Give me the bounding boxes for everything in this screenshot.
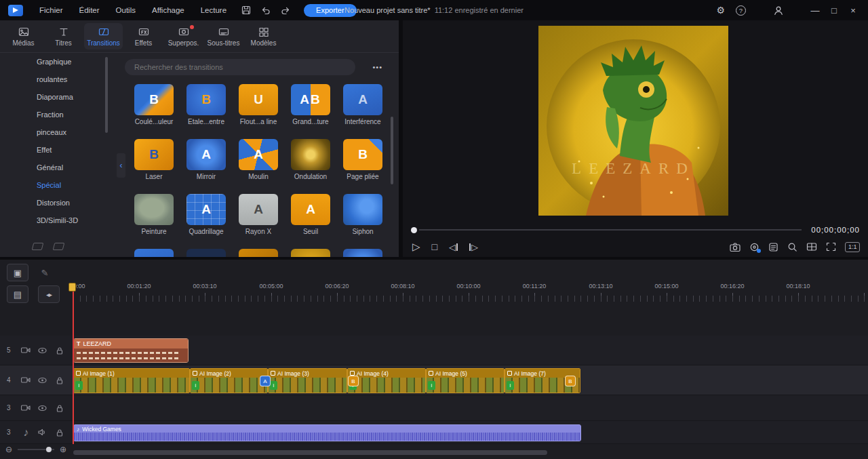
track-lane[interactable]: TLEEZARD — [68, 336, 868, 365]
render-preview-button[interactable] — [749, 242, 760, 252]
undo-button[interactable] — [261, 6, 271, 15]
redo-button[interactable] — [281, 6, 290, 15]
transition-item[interactable]: ASeuil — [287, 194, 334, 235]
transition-item[interactable]: BLaser — [130, 139, 178, 180]
transition-item[interactable]: BEtale...entre — [182, 84, 230, 125]
help-icon[interactable]: ? — [736, 5, 746, 16]
category-item[interactable]: roulantes — [0, 71, 117, 88]
ai-image-clip[interactable]: AI Image (2) i — [190, 368, 268, 393]
menu-editer[interactable]: Éditer — [79, 6, 100, 14]
tab-medias[interactable]: Médias — [4, 23, 43, 49]
timeline-horizontal-scrollbar[interactable] — [73, 450, 547, 455]
preview-frame[interactable]: LEEZARD — [538, 26, 728, 216]
save-project-button[interactable] — [241, 5, 251, 15]
grid-scrollbar[interactable] — [391, 117, 393, 184]
title-clip[interactable]: TLEEZARD — [73, 338, 189, 363]
transition-item[interactable]: AMoulin — [235, 139, 282, 180]
lock-icon[interactable] — [51, 346, 68, 355]
multiview-button[interactable] — [806, 242, 817, 252]
stop-button[interactable]: □ — [432, 241, 437, 252]
transition-b-icon[interactable] — [53, 243, 65, 250]
transition-item[interactable]: Siphon — [339, 194, 387, 235]
lock-icon[interactable] — [51, 376, 68, 384]
maximize-button[interactable]: □ — [827, 5, 841, 16]
toolbar-split-button[interactable]: ◂▸ — [38, 285, 60, 303]
transition-item[interactable]: AInterférence — [339, 84, 387, 125]
playhead-line[interactable] — [73, 283, 74, 444]
transition-item[interactable]: AQuadrillage — [182, 194, 230, 235]
menu-affichage[interactable]: Affichage — [152, 6, 184, 14]
transition-item-partial[interactable]: A — [130, 249, 178, 257]
lock-icon[interactable] — [51, 404, 68, 412]
tab-effets[interactable]: Effets — [124, 23, 163, 49]
menu-outils[interactable]: Outils — [116, 6, 136, 14]
track-lane[interactable]: AI Image (1) i AI Image (2) i AI Image (… — [68, 365, 868, 395]
minimize-button[interactable]: — — [808, 5, 822, 16]
next-frame-button[interactable]: ▷ — [469, 242, 478, 252]
track-lane[interactable] — [68, 395, 868, 420]
account-icon[interactable] — [773, 5, 784, 16]
play-button[interactable]: ▷ — [412, 241, 420, 253]
tab-transitions[interactable]: Transitions — [84, 23, 123, 49]
seek-bar[interactable]: 00;00;00;00 — [411, 224, 860, 235]
transition-a-icon[interactable] — [32, 243, 44, 250]
search-input[interactable] — [125, 59, 355, 75]
tab-superpos[interactable]: Superpos. — [164, 23, 203, 49]
tab-sous-titres[interactable]: Sous-titres — [204, 23, 243, 49]
audio-clip[interactable]: ♪Wicked Games — [73, 424, 581, 441]
transition-item[interactable]: ABGrand...ture — [287, 84, 334, 125]
category-item[interactable]: Fraction — [0, 106, 117, 123]
category-item[interactable]: 3D/Simili-3D — [0, 212, 117, 229]
category-item[interactable]: Diaporama — [0, 88, 117, 106]
transition-overlay-icon[interactable]: B — [348, 376, 359, 386]
transition-item[interactable]: BPage pliée — [339, 139, 387, 180]
zoom-slider-handle[interactable] — [46, 447, 52, 452]
speaker-icon[interactable] — [35, 428, 52, 436]
zoom-out-icon[interactable]: ⊖ — [5, 445, 12, 454]
toolbar-keyframe-button[interactable]: ▣ — [7, 264, 28, 281]
menu-fichier[interactable]: Fichier — [39, 6, 63, 14]
transition-item[interactable]: BCoulé...uleur — [130, 84, 178, 125]
zoom-in-icon[interactable]: ⊕ — [60, 445, 66, 454]
tab-titres[interactable]: Titres — [44, 23, 83, 49]
transition-item[interactable]: Peinture — [130, 194, 178, 235]
previous-frame-button[interactable]: ◁ — [449, 242, 458, 252]
transition-item[interactable]: AMirroir — [182, 139, 230, 180]
fullscreen-button[interactable] — [826, 242, 836, 252]
zoom-tool-button[interactable] — [787, 242, 797, 252]
ai-image-clip[interactable]: AI Image (5) i — [426, 368, 505, 393]
seek-handle[interactable] — [411, 227, 417, 233]
close-button[interactable]: × — [846, 5, 860, 16]
menu-lecture[interactable]: Lecture — [201, 6, 226, 14]
transition-item[interactable]: ARayon X — [235, 194, 282, 235]
category-item-active[interactable]: Spécial — [0, 176, 117, 194]
transition-item-partial[interactable] — [182, 249, 230, 257]
transition-overlay-icon[interactable]: B — [565, 376, 576, 386]
playhead-handle[interactable] — [68, 283, 76, 292]
category-item[interactable]: pinceaux — [0, 123, 117, 141]
aspect-ratio-button[interactable]: 1:1 — [845, 242, 860, 252]
transition-item[interactable]: UFlout...a line — [235, 84, 282, 125]
transition-item-partial[interactable]: A — [339, 249, 387, 257]
ai-image-clip[interactable]: AI Image (4) i — [347, 368, 426, 393]
more-options-icon[interactable]: ••• — [372, 63, 382, 71]
transition-overlay-icon[interactable]: A — [260, 376, 271, 386]
toolbar-pencil-button[interactable]: ✎ — [34, 264, 56, 281]
marker-list-button[interactable] — [768, 242, 778, 252]
visibility-eye-icon[interactable] — [35, 347, 52, 354]
zoom-slider[interactable] — [18, 449, 54, 450]
lock-icon[interactable] — [51, 428, 68, 437]
ai-image-clip[interactable]: AI Image (3) i — [268, 368, 347, 393]
seek-track[interactable] — [419, 229, 802, 231]
category-item[interactable]: Distorsion — [0, 194, 117, 212]
transition-item-partial[interactable] — [235, 249, 282, 257]
tab-modeles[interactable]: Modèles — [244, 23, 283, 49]
track-lane[interactable]: ♪Wicked Games — [68, 421, 868, 443]
settings-gear-icon[interactable]: ⚙ — [716, 5, 725, 16]
category-item[interactable]: Effet — [0, 141, 117, 159]
visibility-eye-icon[interactable] — [35, 405, 52, 412]
category-item[interactable]: Graphique — [0, 53, 117, 71]
category-scrollbar[interactable] — [105, 57, 108, 133]
timeline-ruler[interactable]: 0:00 00:01:20 00:03:10 00:05:00 00:06:20… — [68, 283, 868, 304]
category-item[interactable]: Général — [0, 159, 117, 176]
